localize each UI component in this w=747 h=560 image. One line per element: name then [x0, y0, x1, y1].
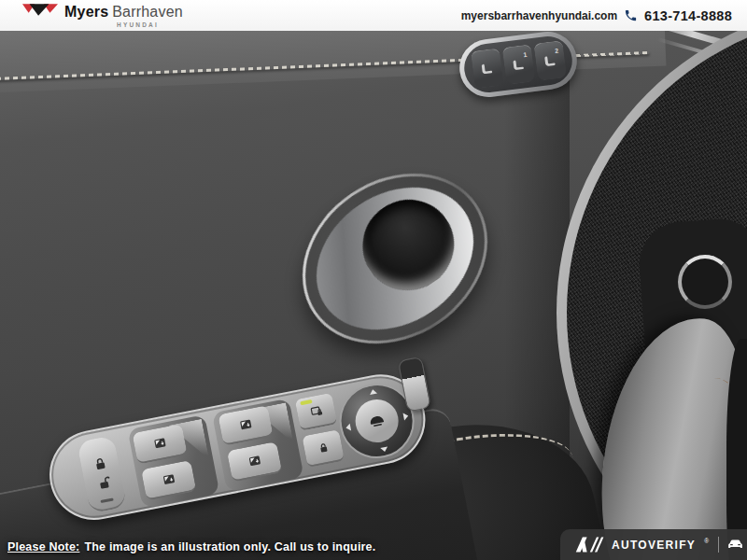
registered-mark: ®: [704, 538, 709, 544]
seat-memory-cluster-inner: 1 2: [461, 34, 574, 95]
seat-memory-icon: [511, 58, 526, 73]
autoverify-brand: AUTOVERIFY: [612, 539, 696, 552]
seat-adjust-ring: [678, 255, 732, 309]
seat-memory-label: 2: [555, 48, 559, 54]
dealer-logo: MyersBarrhaven HYUNDAI: [22, 3, 183, 29]
seat-memory-button-set[interactable]: [470, 48, 503, 88]
autoverify-badge[interactable]: AUTOVERIFY®: [560, 529, 747, 560]
disclaimer-label: Please Note:: [7, 540, 79, 553]
badge-divider: [718, 537, 719, 553]
dial-arrow-down[interactable]: [380, 446, 388, 452]
dealer-brand: HYUNDAI: [117, 22, 183, 29]
dealer-name: MyersBarrhaven HYUNDAI: [64, 3, 183, 29]
lock-button-slot: [100, 497, 113, 503]
window-lock-button[interactable]: [295, 393, 338, 431]
door-handle-cup[interactable]: [270, 139, 520, 379]
header-banner: MyersBarrhaven HYUNDAI myersbarrhavenhyu…: [0, 0, 747, 31]
dial-arrow-right[interactable]: [403, 413, 409, 421]
window-switch-icon: [238, 417, 252, 431]
dealer-photo-page: MyersBarrhaven HYUNDAI myersbarrhavenhyu…: [0, 0, 747, 560]
phone-icon: [624, 8, 638, 22]
myers-logo-mark-icon: [22, 3, 58, 17]
door-lock-icon: [92, 455, 108, 472]
seat-memory-label: 1: [523, 51, 528, 58]
mirror-adjust-knob[interactable]: [352, 396, 402, 446]
dealer-name-primary: Myers: [64, 4, 108, 20]
child-lock-icon: [316, 441, 330, 455]
seat-memory-icon: [480, 62, 495, 77]
car-icon: [726, 538, 744, 552]
dealer-name-secondary: Barrhaven: [112, 4, 183, 20]
vehicle-photo: 1 2: [0, 31, 747, 560]
window-switch-icon: [162, 472, 176, 486]
seat-memory-button-1[interactable]: 1: [501, 44, 535, 84]
autoverify-logo-icon: [574, 536, 604, 553]
photo-disclaimer: Please Note:The image is an illustration…: [7, 540, 375, 553]
seat-memory-button-2[interactable]: 2: [533, 40, 567, 80]
website-link[interactable]: myersbarrhavenhyundai.com: [461, 9, 617, 22]
mirror-adjust-icon: [366, 413, 387, 430]
disclaimer-text: The image is an illustration only. Call …: [84, 540, 375, 553]
door-unlock-icon: [95, 475, 112, 492]
window-lock-icon: [309, 404, 323, 418]
seat-memory-icon: [543, 54, 557, 69]
window-switch-icon: [247, 454, 261, 468]
child-lock-button[interactable]: [302, 429, 345, 468]
dial-arrow-up[interactable]: [369, 389, 377, 395]
window-switch-icon: [152, 436, 166, 450]
window-lock-led: [300, 399, 313, 405]
dial-arrow-left[interactable]: [345, 424, 351, 432]
door-lock-button[interactable]: [77, 435, 127, 513]
phone-number-link[interactable]: 613-714-8888: [644, 8, 732, 23]
header-contact: myersbarrhavenhyundai.com 613-714-8888: [461, 8, 732, 23]
